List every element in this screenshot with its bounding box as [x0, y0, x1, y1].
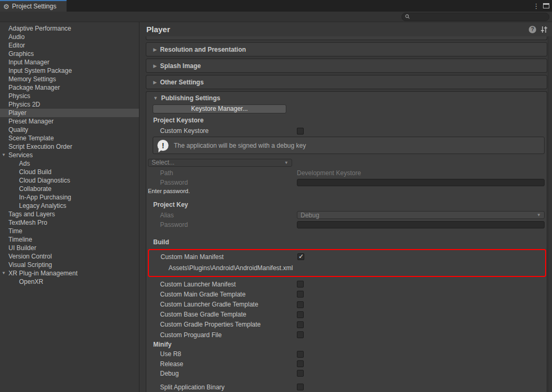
- split-application-binary-row: Split Application Binary: [146, 383, 547, 392]
- sidebar-item-input-system-package[interactable]: Input System Package: [0, 66, 139, 75]
- custom-main-gradle-template-row: Custom Main Gradle Template: [146, 289, 547, 299]
- project-settings-window: Project Settings Adaptive Performance Au…: [0, 0, 552, 392]
- publishing-settings-header[interactable]: Publishing Settings: [146, 92, 547, 104]
- row-label: Release: [146, 360, 297, 368]
- section-label: Resolution and Presentation: [160, 46, 246, 53]
- keystore-manager-button[interactable]: Keystore Manager...: [153, 104, 286, 113]
- alias-dropdown: Debug: [297, 211, 545, 219]
- key-password-row: Password: [146, 220, 547, 230]
- tabbar-spacer: [67, 0, 532, 12]
- sidebar-item-editor[interactable]: Editor: [0, 41, 139, 50]
- minify-heading: Minify: [146, 340, 547, 349]
- custom-launcher-gradle-template-checkbox[interactable]: [297, 301, 304, 308]
- sidebar-item-in-app-purchasing[interactable]: In-App Purchasing: [0, 193, 139, 202]
- custom-main-manifest-checkbox[interactable]: [297, 253, 304, 260]
- sidebar-item-cloud-build[interactable]: Cloud Build: [0, 168, 139, 176]
- chevron-down-icon: [284, 160, 288, 165]
- custom-proguard-file-row: Custom Proguard File: [146, 330, 547, 340]
- sidebar-item-ads[interactable]: Ads: [0, 159, 139, 168]
- project-keystore-heading: Project Keystore: [146, 115, 547, 126]
- sidebar-item-cloud-diagnostics[interactable]: Cloud Diagnostics: [0, 176, 139, 185]
- sidebar-item-audio[interactable]: Audio: [0, 33, 139, 41]
- row-label: Use R8: [146, 350, 297, 358]
- custom-proguard-file-checkbox[interactable]: [297, 331, 304, 338]
- section-resolution-and-presentation[interactable]: Resolution and Presentation: [146, 42, 547, 56]
- sidebar-item-package-manager[interactable]: Package Manager: [0, 83, 139, 92]
- sidebar-item-script-execution-order[interactable]: Script Execution Order: [0, 142, 139, 151]
- sidebar-item-services[interactable]: Services: [0, 151, 139, 159]
- sidebar-item-legacy-analytics[interactable]: Legacy Analytics: [0, 202, 139, 210]
- split-application-binary-checkbox[interactable]: [297, 384, 304, 390]
- search-box[interactable]: [401, 13, 549, 21]
- use-r8-row: Use R8: [146, 349, 547, 359]
- row-label: Debug: [146, 370, 297, 377]
- tab-project-settings[interactable]: Project Settings: [0, 0, 67, 12]
- use-r8-checkbox[interactable]: [297, 351, 304, 358]
- sidebar-item-collaborate[interactable]: Collaborate: [0, 185, 139, 193]
- sidebar-item-tags-and-layers[interactable]: Tags and Layers: [0, 210, 139, 218]
- foldout-expanded-icon[interactable]: [2, 269, 8, 278]
- tab-title: Project Settings: [12, 3, 57, 10]
- sidebar-item-memory-settings[interactable]: Memory Settings: [0, 75, 139, 83]
- kebab-menu-icon[interactable]: [532, 0, 540, 12]
- page-title: Player: [146, 25, 529, 34]
- sidebar-item-version-control[interactable]: Version Control: [0, 252, 139, 261]
- chevron-down-icon: [153, 95, 158, 101]
- sidebar-item-visual-scripting[interactable]: Visual Scripting: [0, 261, 139, 269]
- sidebar-item-timeline[interactable]: Timeline: [0, 235, 139, 244]
- help-icon[interactable]: [529, 26, 536, 33]
- info-text: The application will be signed with a de…: [174, 142, 306, 149]
- gear-icon: [3, 3, 10, 11]
- sidebar-item-xr-plugin-management[interactable]: XR Plug-in Management: [0, 269, 139, 278]
- chevron-right-icon: [153, 80, 157, 85]
- minify-release-checkbox[interactable]: [297, 360, 304, 367]
- manifest-path-value[interactable]: Assets\Plugins\Android\AndroidManifest.x…: [149, 262, 545, 273]
- player-settings-panel: Player Resolution and Presentation: [139, 22, 552, 392]
- custom-launcher-manifest-checkbox[interactable]: [297, 281, 304, 288]
- sidebar-item-ui-builder[interactable]: UI Builder: [0, 244, 139, 252]
- path-value: Development Keystore: [297, 169, 545, 177]
- presets-icon[interactable]: [540, 26, 548, 33]
- sidebar-item-input-manager[interactable]: Input Manager: [0, 58, 139, 66]
- custom-main-gradle-template-checkbox[interactable]: [297, 291, 304, 298]
- custom-base-gradle-template-checkbox[interactable]: [297, 311, 304, 318]
- keystore-password-field: [297, 179, 545, 186]
- section-label: Splash Image: [160, 62, 201, 70]
- alias-row: Alias Debug: [146, 211, 547, 220]
- debug-key-info-box: The application will be signed with a de…: [153, 137, 545, 154]
- section-other-settings[interactable]: Other Settings: [146, 75, 547, 89]
- sidebar-item-openxr[interactable]: OpenXR: [0, 278, 139, 286]
- keystore-select-dropdown: Select...: [148, 159, 292, 167]
- window-maximize-icon[interactable]: [540, 0, 552, 12]
- sidebar-item-physics[interactable]: Physics: [0, 92, 139, 100]
- custom-keystore-row: Custom Keystore: [146, 126, 547, 136]
- search-input[interactable]: [412, 13, 546, 21]
- custom-gradle-properties-template-row: Custom Gradle Properties Template: [146, 320, 547, 330]
- sidebar-item-player[interactable]: Player: [0, 109, 139, 117]
- alias-label: Alias: [146, 212, 297, 219]
- minify-debug-checkbox[interactable]: [297, 370, 304, 377]
- spacer: [146, 195, 547, 199]
- custom-main-manifest-label: Custom Main Manifest: [149, 253, 297, 261]
- sidebar-item-quality[interactable]: Quality: [0, 126, 139, 134]
- foldout-expanded-icon[interactable]: [2, 151, 8, 159]
- custom-gradle-properties-template-checkbox[interactable]: [297, 321, 304, 328]
- sidebar-item-graphics[interactable]: Graphics: [0, 50, 139, 58]
- minify-release-row: Release: [146, 359, 547, 368]
- sidebar-item-preset-manager[interactable]: Preset Manager: [0, 117, 139, 126]
- sidebar-item-textmesh-pro[interactable]: TextMesh Pro: [0, 218, 139, 227]
- custom-keystore-checkbox[interactable]: [297, 128, 304, 135]
- sidebar-item-time[interactable]: Time: [0, 227, 139, 235]
- chevron-right-icon: [153, 63, 157, 69]
- sidebar-item-scene-template[interactable]: Scene Template: [0, 134, 139, 142]
- sidebar-item-adaptive-performance[interactable]: Adaptive Performance: [0, 24, 139, 33]
- dropdown-value: Select...: [152, 159, 174, 166]
- row-label: Custom Base Gradle Template: [146, 311, 297, 318]
- sidebar-item-physics-2d[interactable]: Physics 2D: [0, 100, 139, 109]
- section-splash-image[interactable]: Splash Image: [146, 59, 547, 73]
- keystore-password-row: Password: [146, 178, 547, 187]
- password-label: Password: [146, 179, 297, 186]
- minify-debug-row: Debug: [146, 369, 547, 378]
- vertical-scrollbar[interactable]: [548, 36, 552, 392]
- spacer: [146, 378, 547, 383]
